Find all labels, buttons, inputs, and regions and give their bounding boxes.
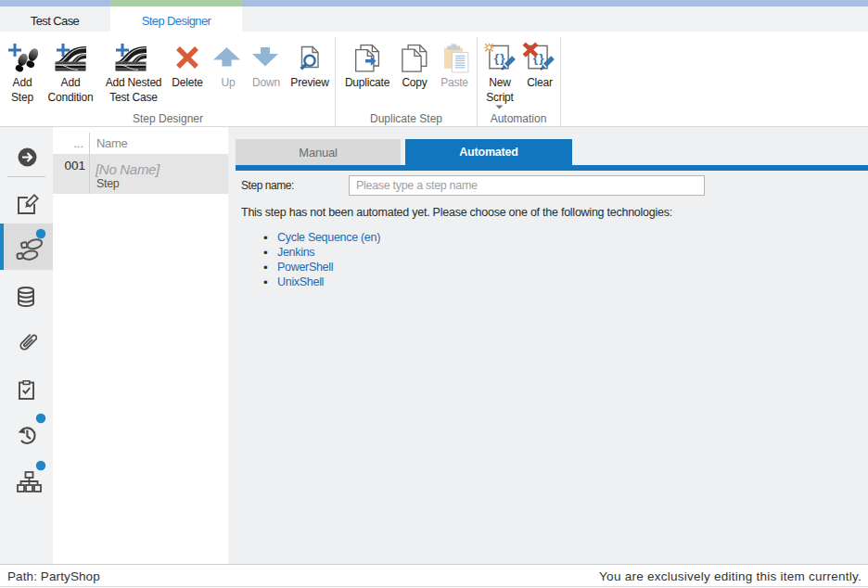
svg-text:{: { (494, 51, 499, 65)
svg-text:}: } (500, 51, 505, 65)
svg-text:}: } (539, 51, 544, 65)
